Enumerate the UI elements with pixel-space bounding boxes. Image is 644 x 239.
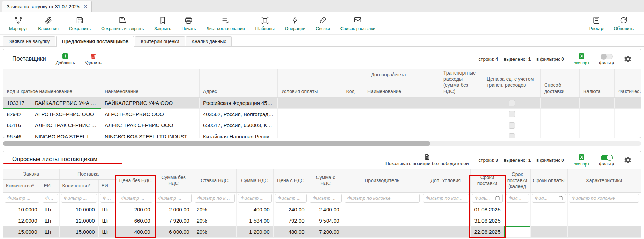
- cell-name[interactable]: БАЙКАЛСЕРВИС УФА ООО: [101, 98, 200, 109]
- cell-delivery-days-focused[interactable]: [504, 226, 530, 237]
- col-extra-terms[interactable]: Доп. Условия: [421, 169, 470, 192]
- cell-delivery-days[interactable]: [504, 215, 530, 226]
- col-code-short-name[interactable]: Код и краткое наименование: [3, 69, 101, 98]
- filter-input-qty-request[interactable]: Фильтр ...: [5, 194, 39, 203]
- questionnaire-row[interactable]: 10.0000 Шт 10.0000 Шт 200.00 2 000.00 20…: [3, 204, 641, 215]
- cell-vat-sum[interactable]: 400.00: [236, 204, 273, 215]
- cell-delivery-method[interactable]: [541, 131, 580, 138]
- col-currency[interactable]: Валюта: [580, 69, 615, 98]
- unit-price-transport-checkbox[interactable]: [509, 133, 515, 138]
- toggle-track[interactable]: [601, 54, 613, 59]
- cell-code[interactable]: 66116: [3, 120, 31, 131]
- cell-actual[interactable]: [615, 131, 641, 138]
- suppliers-settings-button[interactable]: [624, 55, 632, 63]
- cell-unit-request[interactable]: Шт: [41, 215, 59, 226]
- cell-currency[interactable]: [580, 109, 615, 120]
- questionnaires-filter-toggle[interactable]: фильтр: [599, 154, 614, 166]
- cell-currency[interactable]: [580, 131, 615, 138]
- cell-delivery-dates[interactable]: 31.08.2025: [470, 215, 504, 226]
- filter-input-delivery-days[interactable]: Фил...: [506, 194, 529, 203]
- cell-qty-delivery[interactable]: 15.0000: [59, 226, 98, 237]
- cell-price-with-vat[interactable]: 480.00: [273, 226, 308, 237]
- cell-price-with-vat[interactable]: 240.00: [273, 204, 308, 215]
- toolbar-button-print[interactable]: Печать: [182, 16, 196, 31]
- col-price-no-vat[interactable]: Цена без НДС: [117, 169, 154, 192]
- cell-unit-price-with-transport[interactable]: [483, 120, 541, 131]
- cell-sum-no-vat[interactable]: 6 000.00: [154, 226, 193, 237]
- cell-extra-terms[interactable]: [421, 226, 470, 237]
- cell-contract-code[interactable]: [337, 109, 364, 120]
- tab-purchase-request[interactable]: Заявка на закупку: [3, 36, 55, 46]
- cell-qty-delivery[interactable]: 10.0000: [59, 204, 98, 215]
- unit-price-transport-checkbox[interactable]: [509, 122, 515, 129]
- unit-price-transport-checkbox[interactable]: [509, 100, 515, 106]
- cell-vat-rate[interactable]: 20%: [193, 204, 236, 215]
- cell-payment-terms[interactable]: [278, 120, 337, 131]
- filter-input-manufacturer[interactable]: Фильтр по колонке: [345, 194, 420, 203]
- toolbar-button-registry[interactable]: Реестр: [589, 16, 604, 31]
- cell-vat-sum[interactable]: 1 584.00: [236, 215, 273, 226]
- cell-unit-request[interactable]: Шт: [41, 226, 59, 237]
- cell-actual[interactable]: [615, 109, 641, 120]
- cell-contract-name[interactable]: [364, 98, 440, 109]
- cell-unit-price-with-transport[interactable]: [483, 98, 541, 109]
- col-group-contracts[interactable]: Договора/счета: [337, 69, 440, 81]
- cell-name[interactable]: NINGBO BOA STEEL LTD INDUSTRIAL...: [101, 131, 200, 138]
- col-name[interactable]: Наименование: [101, 69, 200, 98]
- toggle-track[interactable]: [601, 155, 613, 160]
- col-delivery-dates[interactable]: Сроки поставки: [470, 169, 504, 192]
- cell-unit-request[interactable]: Шт: [41, 204, 59, 215]
- cell-code[interactable]: 103317: [3, 98, 31, 109]
- col-address[interactable]: Адрес: [200, 69, 278, 98]
- col-unit-request[interactable]: ЕИ: [41, 179, 59, 192]
- filter-input-delivery-dates[interactable]: Филь...: [472, 194, 503, 203]
- toolbar-button-route[interactable]: Маршрут: [9, 16, 28, 31]
- delete-supplier-button[interactable]: Удалить: [85, 53, 102, 65]
- cell-delivery-dates[interactable]: 22.08.2025: [470, 226, 504, 237]
- cell-contract-name[interactable]: [364, 109, 440, 120]
- cell-address[interactable]: Китайская Народная Респу...: [200, 131, 278, 138]
- horizontal-scrollbar[interactable]: [3, 141, 641, 146]
- col-vat-rate[interactable]: Ставка НДС: [193, 169, 236, 192]
- col-sum-no-vat[interactable]: Сумма без НДС: [154, 169, 193, 192]
- cell-unit-delivery[interactable]: Шт: [98, 215, 117, 226]
- cell-characteristics[interactable]: [567, 204, 641, 215]
- cell-vat-rate[interactable]: 20%: [193, 226, 236, 237]
- cell-contract-code[interactable]: [337, 98, 364, 109]
- cell-manufacturer[interactable]: [343, 226, 421, 237]
- cell-short-name[interactable]: АЛЕКС ТРАК СЕРВИС ООО: [31, 120, 101, 131]
- cell-sum-with-vat[interactable]: 9 504.00: [308, 215, 343, 226]
- cell-code[interactable]: 96746: [3, 131, 31, 138]
- col-sum-with-vat[interactable]: Сумма с НДС: [308, 169, 343, 192]
- cell-short-name[interactable]: БАЙКАЛСЕРВИС УФА ООО: [31, 98, 101, 109]
- cell-price-with-vat[interactable]: 792.00: [273, 215, 308, 226]
- toolbar-button-templates[interactable]: Шаблоны: [255, 16, 274, 31]
- questionnaires-export-button[interactable]: экспорт: [574, 154, 589, 167]
- cell-sum-with-vat[interactable]: 7 200.00: [308, 226, 343, 237]
- cell-contract-code[interactable]: [337, 120, 364, 131]
- cell-unit-price-with-transport[interactable]: [483, 109, 541, 120]
- col-unit-delivery[interactable]: ЕИ: [98, 179, 117, 192]
- cell-delivery-method[interactable]: [541, 98, 580, 109]
- col-qty-request[interactable]: Количество*: [3, 179, 41, 192]
- cell-address[interactable]: 650517, Россия, 650003, Ке...: [200, 120, 278, 131]
- tab-data-analysis[interactable]: Анализ данных: [186, 36, 232, 46]
- filter-input-vat-rate[interactable]: Фильтр по ко...: [195, 194, 235, 203]
- scrollbar-thumb[interactable]: [3, 141, 430, 146]
- supplier-row[interactable]: 103317 БАЙКАЛСЕРВИС УФА ООО БАЙКАЛСЕРВИС…: [3, 98, 641, 109]
- cell-short-name[interactable]: АГРОТЕХСЕРВИС ООО: [31, 109, 101, 120]
- cell-payment-terms[interactable]: [278, 131, 337, 138]
- cell-unit-delivery[interactable]: Шт: [98, 204, 117, 215]
- filter-input-sum-no-vat[interactable]: Фильтр ...: [156, 194, 192, 203]
- filter-input-price-no-vat[interactable]: Фильтр ...: [119, 194, 152, 203]
- col-unit-price-with-transport[interactable]: Цена за ед. с учетом трансп. расходов: [483, 69, 541, 98]
- toolbar-button-attachments[interactable]: Вложения: [38, 16, 59, 31]
- cell-extra-terms[interactable]: [421, 204, 470, 215]
- col-price-with-vat[interactable]: Цена с НДС: [273, 169, 308, 192]
- col-delivery-days[interactable]: Срок поставки (календ: [504, 169, 530, 192]
- toolbar-button-save-and-close[interactable]: Сохранить и закрыть: [101, 16, 144, 31]
- cell-address[interactable]: 403562, Россия, Волгоградс...: [200, 109, 278, 120]
- col-characteristics[interactable]: Характеристики: [567, 169, 641, 192]
- filter-input-vat-sum[interactable]: Фильтр ...: [238, 194, 272, 203]
- filter-input-unit-request[interactable]: Фил...: [43, 194, 58, 203]
